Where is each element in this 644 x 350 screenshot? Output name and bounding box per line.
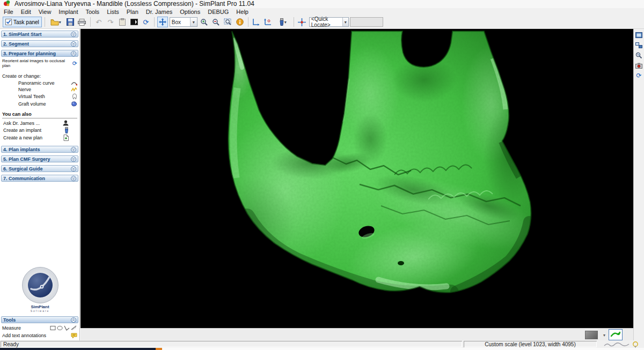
toolbar-separator (45, 17, 45, 27)
chevron-expand-icon[interactable] (71, 157, 76, 162)
reorient-axial-row[interactable]: Reorient axial images to occlusal plan ⟳ (0, 58, 79, 69)
main-toolbar: Task panel ▾ ↶ ↷ (0, 16, 644, 29)
menu-plan[interactable]: Plan (123, 8, 142, 16)
measure-ruler-icon[interactable] (71, 325, 77, 331)
tile-views-button[interactable] (634, 41, 643, 49)
chevron-expand-icon[interactable] (71, 176, 76, 181)
graft-volume-icon[interactable] (71, 101, 77, 107)
add-text-annotations-row[interactable]: Add text annotations (0, 332, 79, 339)
simplant-badge: SimPlant Software (0, 267, 80, 312)
implant-tool-button[interactable]: ▾ (275, 17, 291, 27)
zoom-level-button[interactable]: % (634, 51, 643, 59)
new-plan-icon[interactable] (63, 135, 69, 141)
panoramic-curve-item[interactable]: Panoramic curve (0, 79, 79, 86)
sidebar-section-simplant-start[interactable]: 1. SimPlant Start (1, 31, 78, 38)
you-can-also-header: You can also (2, 110, 77, 118)
status-message-cell: Ready (1, 341, 462, 347)
app-icon (3, 0, 10, 7)
fullscreen-view-button[interactable] (634, 31, 643, 39)
chevron-down-icon: ▾ (342, 18, 348, 26)
sidebar-section-plan-cmf[interactable]: 5. Plan CMF Surgery (1, 155, 78, 162)
graft-volume-item[interactable]: Graft volume (0, 100, 79, 107)
sidebar-section-plan-implants[interactable]: 4. Plan implants (1, 146, 78, 153)
contrast-button[interactable] (129, 17, 140, 27)
zoom-out-icon (212, 18, 220, 26)
align-occlusal-button[interactable] (263, 17, 274, 27)
save-button[interactable] (65, 17, 76, 27)
menu-tools[interactable]: Tools (82, 8, 103, 16)
badge-disc (28, 273, 53, 297)
toolbar-separator (248, 17, 248, 27)
open-button[interactable]: ▾ (48, 17, 64, 27)
create-new-plan-link[interactable]: Create a new plan (0, 134, 79, 142)
zoom-in-button[interactable] (199, 17, 210, 27)
save-icon (67, 18, 74, 26)
rotate-view-button[interactable]: ⟳ (141, 17, 151, 27)
quick-locate-select[interactable]: <Quick Locate> ▾ (309, 17, 349, 27)
chevron-expand-icon[interactable] (71, 147, 76, 152)
section-label: 5. Plan CMF Surgery (3, 157, 50, 162)
task-panel-button[interactable]: Task panel (3, 17, 42, 27)
sidebar-section-surgical-guide[interactable]: 6. Surgical Guide (1, 165, 78, 172)
nerve-icon[interactable] (71, 87, 77, 92)
thumbnail-dropdown-icon[interactable]: ▾ (603, 333, 605, 338)
menu-view[interactable]: View (35, 8, 55, 16)
menu-edit[interactable]: Edit (17, 8, 35, 16)
active-view-thumbnail[interactable] (609, 329, 623, 340)
reorient-rotate-icon[interactable]: ⟳ (72, 60, 77, 67)
view-mode-select[interactable]: Box ▾ (170, 17, 197, 27)
vendor-logo-cell (598, 341, 643, 347)
chevron-collapse-icon[interactable] (71, 317, 76, 323)
menu-dr-james[interactable]: Dr. James (142, 8, 177, 16)
axes-crosshair-icon (298, 18, 306, 26)
task-panel-sidebar: 1. SimPlant Start 2. Segment 3. Prepare … (0, 29, 80, 340)
chevron-expand-icon[interactable] (71, 41, 76, 47)
measure-rect-icon[interactable] (50, 325, 56, 331)
locate-value-input[interactable] (350, 17, 383, 27)
you-can-also-label: You can also (2, 111, 32, 117)
snapshot-button[interactable] (634, 61, 643, 70)
sidebar-section-segment[interactable]: 2. Segment (1, 40, 78, 47)
virtual-teeth-icon[interactable] (72, 93, 77, 100)
align-axial-button[interactable] (251, 17, 262, 27)
render-preset-thumbnail[interactable] (585, 331, 598, 339)
locate-axes-button[interactable] (297, 17, 308, 27)
quick-locate-value: <Quick Locate> (311, 16, 342, 28)
sidebar-section-communication[interactable]: 7. Communication (1, 175, 78, 182)
mandible-3d-model[interactable] (80, 29, 633, 328)
create-implant-link[interactable]: Create an implant (0, 126, 79, 134)
zoom-out-button[interactable] (211, 17, 222, 27)
menu-help[interactable]: Help (232, 8, 252, 16)
refresh-view-button[interactable]: ⟳ (634, 71, 643, 80)
annotation-balloon-icon[interactable] (71, 333, 77, 339)
sidebar-section-prepare-planning[interactable]: 3. Prepare for planning (1, 50, 78, 57)
info-button[interactable] (235, 17, 245, 27)
print-button[interactable] (77, 17, 87, 27)
menu-implant[interactable]: Implant (55, 8, 82, 16)
panoramic-curve-icon[interactable] (71, 80, 77, 86)
nerve-item[interactable]: Nerve (0, 86, 79, 93)
pan-tool-button[interactable] (157, 17, 168, 27)
zoom-region-button[interactable] (223, 17, 233, 27)
chevron-expand-icon[interactable] (71, 32, 76, 37)
menu-debug[interactable]: DEBUG (204, 8, 232, 16)
measure-angle-icon[interactable] (64, 325, 70, 331)
create-implant-icon[interactable] (64, 127, 69, 133)
status-bar: Ready Custom scale (level 1023, width 40… (0, 340, 644, 348)
paste-button[interactable] (117, 17, 128, 27)
ask-dr-james-link[interactable]: Ask Dr. James ... (0, 120, 79, 126)
sidebar-section-tools[interactable]: Tools (1, 316, 78, 323)
dr-james-icon[interactable] (63, 120, 69, 126)
menu-lists[interactable]: Lists (103, 8, 123, 16)
menu-file[interactable]: File (0, 8, 17, 16)
virtual-teeth-item[interactable]: Virtual Teeth (0, 93, 79, 100)
3d-viewport[interactable] (80, 29, 633, 328)
chevron-expand-icon[interactable] (71, 166, 76, 172)
redo-button[interactable]: ↷ (105, 17, 116, 27)
menu-options[interactable]: Options (176, 8, 204, 16)
measure-ellipse-icon[interactable] (57, 325, 63, 331)
chevron-collapse-icon[interactable] (71, 51, 76, 56)
print-icon (78, 19, 86, 26)
undo-button[interactable]: ↶ (93, 17, 104, 27)
status-ready-text: Ready (3, 341, 19, 347)
